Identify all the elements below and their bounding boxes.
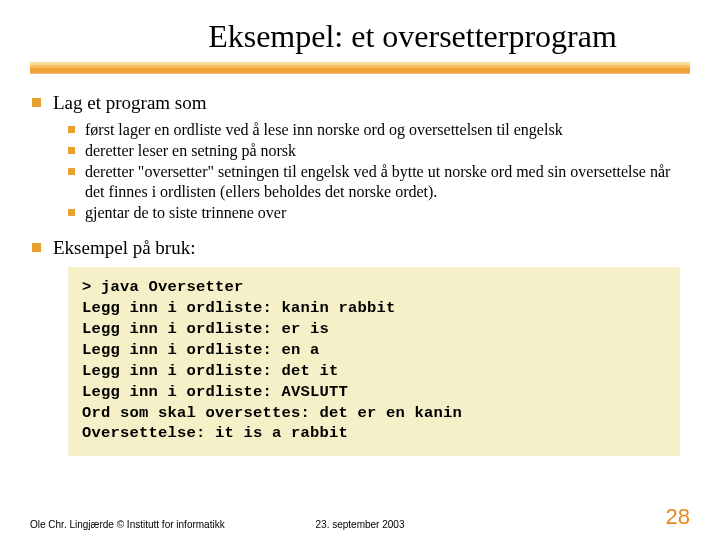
footer: Ole Chr. Lingjærde © Institutt for infor… bbox=[30, 504, 690, 530]
bullet-lvl2: gjentar de to siste trinnene over bbox=[68, 203, 690, 223]
title-underline bbox=[30, 62, 690, 76]
slide-title: Eksempel: et oversetterprogram bbox=[0, 18, 720, 55]
slide: Eksempel: et oversetterprogram Lag et pr… bbox=[0, 0, 720, 540]
bullet-icon bbox=[32, 98, 41, 107]
bullet-text: Eksempel på bruk: bbox=[53, 237, 690, 259]
bullet-text: deretter leser en setning på norsk bbox=[85, 141, 690, 161]
bullet-icon bbox=[68, 147, 75, 154]
bullet-icon bbox=[68, 209, 75, 216]
bullet-text: gjentar de to siste trinnene over bbox=[85, 203, 690, 223]
bullet-lvl1: Lag et program som bbox=[32, 92, 690, 114]
bullet-lvl2: deretter "oversetter" setningen til enge… bbox=[68, 162, 690, 202]
footer-author: Ole Chr. Lingjærde © Institutt for infor… bbox=[30, 519, 225, 530]
footer-date: 23. september 2003 bbox=[316, 519, 405, 530]
bullet-icon bbox=[68, 126, 75, 133]
bullet-lvl2: deretter leser en setning på norsk bbox=[68, 141, 690, 161]
bullet-icon bbox=[68, 168, 75, 175]
slide-body: Lag et program som først lager en ordlis… bbox=[32, 92, 690, 456]
bullet-lvl2: først lager en ordliste ved å lese inn n… bbox=[68, 120, 690, 140]
page-number: 28 bbox=[666, 504, 690, 530]
bullet-text: deretter "oversetter" setningen til enge… bbox=[85, 162, 690, 202]
bullet-lvl1: Eksempel på bruk: bbox=[32, 237, 690, 259]
bullet-text: Lag et program som bbox=[53, 92, 690, 114]
bullet-text: først lager en ordliste ved å lese inn n… bbox=[85, 120, 690, 140]
bullet-icon bbox=[32, 243, 41, 252]
code-block: > java Oversetter Legg inn i ordliste: k… bbox=[68, 267, 680, 456]
